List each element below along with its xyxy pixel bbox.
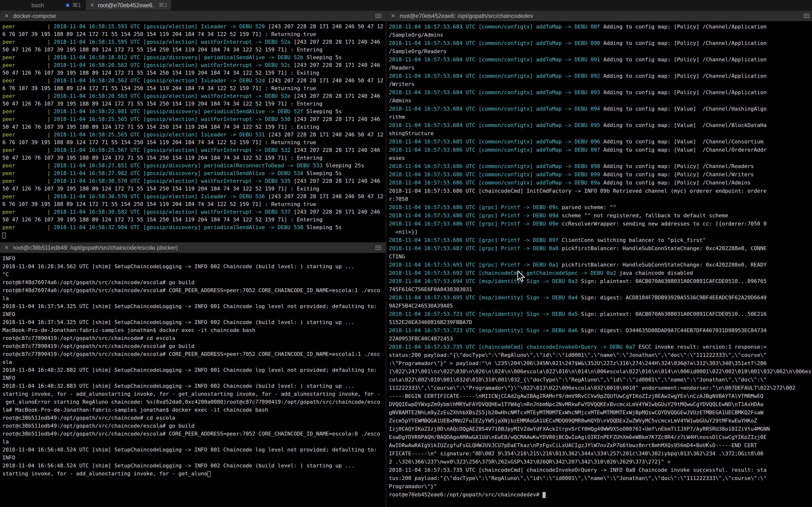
terminal-line: 50 47 126 76 107 39 195 188 89 124 172 7… [2, 100, 383, 108]
terminal-line: 2018-11-04 16:56:48.524 UTC [shim] Setup… [2, 462, 383, 469]
tab-bar-empty-space [171, 0, 812, 10]
terminal-line: peer | 2018-11-04 16:58:20.562 UTC [goss… [2, 77, 383, 84]
terminal-line: peer | 2018-11-04 16:58:27.982 UTC [goss… [2, 169, 383, 177]
terminal-line: ^C [2, 270, 383, 278]
terminal-chaincode-escola[interactable]: INFO2018-11-04 16:28:34.562 UTC [shim] S… [0, 253, 386, 507]
pane-docker-compose: ✕ docker-compose peer | 2018-11-04 16:58… [0, 11, 386, 242]
terminal-line: /SampleOrg/Admins [389, 31, 811, 39]
terminal-line: 2018-11-04 16:57:53.686 UTC [common/conf… [389, 162, 811, 170]
terminal-line: /Readers [389, 64, 811, 72]
tab-chaincodedev[interactable]: ✕ root@e70eb452eae6… ⌘2 [86, 0, 171, 10]
terminal-line: root@bf48d76974a6:/opt/gopath/src/chainc… [2, 278, 383, 286]
terminal-line: 6 76 107 39 195 188 89 124 172 71 55 154… [2, 201, 383, 208]
session-activity-dot-icon [66, 4, 69, 7]
split-pane-area: ✕ docker-compose peer | 2018-11-04 16:58… [0, 11, 812, 507]
terminal-line: /Admins [389, 97, 811, 105]
terminal-line: peer | 2018-11-04 16:58:30.570 UTC [goss… [2, 177, 383, 185]
pane-menu-icon[interactable] [375, 14, 382, 18]
terminal-line: 2018-11-04 16:28:34.562 UTC [shim] Setup… [2, 263, 383, 270]
inactive-cursor [2, 232, 6, 238]
terminal-line: peer | 2018-11-04 16:58:27.851 UTC [goss… [2, 162, 383, 169]
terminal-line: Izj0CAQYIKoZIzj0D\nAQcDQgAEZ8S4V710BJpyM… [389, 425, 811, 433]
left-column: ✕ docker-compose peer | 2018-11-04 16:58… [0, 11, 387, 507]
terminal-line: 5152E26EA3460816B239FBBA7D [389, 318, 811, 326]
terminal-line: 2018-11-04 16:57:53.685 UTC [common/conf… [389, 137, 811, 146]
terminal-line: 2018-11-04 16:56:48.524 UTC [shim] Setup… [2, 446, 383, 454]
terminal-line: get_alunoError starting RegAluno chainco… [2, 398, 383, 406]
terminal-chaincodedev[interactable]: 2018-11-04 16:57:53.683 UTC [common/conf… [387, 21, 812, 507]
terminal-line: 2018-11-04 16:57:53.684 UTC [common/conf… [389, 72, 811, 80]
terminal-line: 2018-11-04 16:57:53.692 UTC [chaincodeCm… [389, 269, 811, 277]
terminal-line: 2018-11-04 16:57:53.684 UTC [common/conf… [389, 105, 811, 113]
terminal-line: 2018-11-04 16:57:53.723 UTC [msp/identit… [389, 326, 811, 335]
terminal-line: 2018-11-04 16:57:53.686 UTC [chaincodeCm… [389, 187, 811, 195]
terminal-line: rithm [389, 113, 811, 121]
pane-menu-icon[interactable] [375, 246, 382, 249]
terminal-line: EswDgYDVR0PAQH/BAQDAgeAMAwGA1Ud\nEwEB/wQ… [389, 433, 811, 441]
terminal-line: 2018-11-04 16:57:53.683 UTC [common/conf… [389, 23, 811, 31]
terminal-line: 50 47 126 76 107 39 195 188 89 124 172 7… [2, 69, 383, 77]
pane-chaincode-escola: ✕ root@c38b511edb49: /opt/gopath/src/cha… [0, 242, 386, 507]
terminal-line: 6 76 107 39 195 188 89 124 172 71 55 154… [2, 138, 383, 146]
terminal-line: root@c87c77890419:/opt/gopath/src/chainc… [2, 350, 383, 358]
terminal-line: peer | 2018-11-04 16:58:30.570 UTC [goss… [2, 193, 383, 201]
pane-menu-icon[interactable] [803, 14, 810, 18]
terminal-line: :\"Programador\"}" > payload:"\n \235\20… [389, 359, 811, 368]
terminal-line: MacBook-Pro-de-Jonathan:fabric-samples j… [2, 326, 383, 334]
terminal-line: -----BEGIN CERTIFICATE-----\nMIICNjCCAd2… [389, 392, 811, 400]
terminal-line: 2018-11-04 16:57:53.687 UTC [grpc] Print… [389, 244, 811, 252]
terminal-line: 2018-11-04 16:57:53.686 UTC [common/conf… [389, 146, 811, 154]
terminal-line: 2018-11-04 16:57:53.735 UTC [chaincodeCm… [389, 343, 811, 351]
terminal-line: shingStructure [389, 129, 811, 137]
terminal-line: esses [389, 154, 811, 162]
terminal-line: 745F616C756E6F0A0430303031 [389, 285, 811, 294]
tab-bash[interactable]: bash ⌘1 [0, 0, 86, 10]
terminal-line: /SampleOrg/Readers [389, 47, 811, 56]
terminal-line: CTING [389, 252, 811, 261]
pane-docker-compose-header[interactable]: ✕ docker-compose [0, 11, 386, 21]
terminal-docker-compose[interactable]: peer | 2018-11-04 16:58:15.593 UTC [goss… [0, 21, 386, 242]
terminal-line: status:200 payload:"{\"docType\":\"RegAl… [389, 351, 811, 359]
terminal-line: 6 76 107 39 195 188 89 124 172 71 55 154… [2, 31, 383, 38]
terminal-line: root@c38b511edb49:/opt/gopath/src/chainc… [2, 414, 383, 422]
terminal-line: 2018-11-04 16:37:54.325 UTC [shim] Setup… [2, 318, 383, 326]
terminal-line: Programador\"}" [389, 483, 811, 491]
tab-chaincodedev-label: root@e70eb452eae6… [98, 2, 155, 9]
terminal-line: 50 47 126 76 107 39 195 188 89 124 172 7… [2, 123, 383, 131]
terminal-line: 111222333\",\"course\":\"Programador\"}\… [389, 384, 811, 392]
terminal-line: <nil>}] [389, 228, 811, 236]
terminal-line: 2018-11-04 16:57:53.684 UTC [common/conf… [389, 89, 811, 97]
terminal-line: 2018-11-04 16:37:54.325 UTC [shim] Setup… [2, 302, 383, 310]
terminal-line: root@c87c77890419:/opt/gopath/src/chainc… [2, 342, 383, 350]
terminal-line: peer | 2018-11-04 16:58:22.981 UTC [goss… [2, 108, 383, 115]
pane-close-icon[interactable]: ✕ [4, 13, 9, 19]
inactive-cursor [207, 471, 210, 477]
terminal-line: 2018-11-04 16:57:53.686 UTC [common/conf… [389, 179, 811, 187]
terminal-line: peer | 2018-11-04 16:58:30.582 UTC [goss… [2, 208, 383, 216]
terminal-line: la# MacBook-Pro-de-Jonathan:fabric-sampl… [2, 406, 383, 414]
pane-chaincode-escola-header[interactable]: ✕ root@c38b511edb49: /opt/gopath/src/cha… [0, 242, 386, 253]
terminal-line: peer | 2018-11-04 16:58:15.593 UTC [goss… [2, 23, 383, 31]
terminal-line: INFO [2, 310, 383, 318]
terminal-line: la [2, 438, 383, 446]
terminal-line: root@c38b511edb49:/opt/gopath/src/chainc… [2, 422, 383, 430]
terminal-line: 2 .\326\366\237\nwx0\323\256\375R\262xGS… [389, 458, 811, 466]
terminal-line: 2018-11-04 16:40:32.882 UTC [shim] Setup… [2, 366, 383, 374]
terminal-line: 2018-11-04 16:57:53.686 UTC [grpc] Print… [389, 212, 811, 220]
terminal-line: 6 76 107 39 195 188 89 124 172 71 55 154… [2, 84, 383, 92]
terminal-line: 2018-11-04 16:57:53.686 UTC [grpc] Print… [389, 203, 811, 212]
pane-close-icon[interactable]: ✕ [391, 13, 395, 19]
tab-close-icon[interactable]: ✕ [90, 2, 94, 8]
pane-close-icon[interactable]: ✕ [4, 244, 9, 251]
terminal-line: ola [2, 358, 383, 366]
terminal-line: 50 47 126 76 107 39 195 188 89 124 172 7… [2, 46, 383, 54]
terminal-line: 50 47 126 76 107 39 195 188 89 124 172 7… [2, 185, 383, 193]
pane-chaincode-escola-title: root@c38b511edb49: /opt/gopath/src/chain… [13, 244, 178, 251]
tab-chaincodedev-shortcut: ⌘2 [158, 2, 167, 8]
terminal-line: root@e70eb452eae6:/opt/gopath/src/chainc… [389, 491, 811, 499]
pane-chaincodedev-title: root@e70eb452eae6: /opt/gopath/src/chain… [400, 12, 534, 19]
terminal-line: tus:200 payload:"{\"docType\":\"RegAluno… [389, 474, 811, 483]
pane-chaincodedev-header[interactable]: ✕ root@e70eb452eae6: /opt/gopath/src/cha… [387, 11, 812, 21]
terminal-line: 2018-11-04 16:57:53.694 UTC [msp/identit… [389, 277, 811, 285]
terminal-line: peer | 2018-11-04 16:58:25.567 UTC [goss… [2, 146, 383, 154]
